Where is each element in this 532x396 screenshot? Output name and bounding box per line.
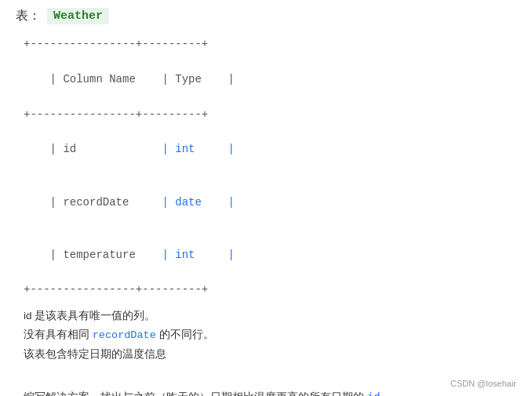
schema-divider-mid: +----------------+---------+ [24,106,516,123]
desc-line-2: 没有具有相同 recordDate 的不同行。 [24,325,516,345]
desc-line-1: id 是该表具有唯一值的列。 [24,307,516,325]
problem-section: 编写解决方案，找出与之前（昨天的）日期相比温度更高的所有日期的 id 。 返回结… [24,387,516,396]
desc-line-3: 该表包含特定日期的温度信息 [24,345,516,364]
schema-row-id: | id | int | [24,123,516,176]
table-name-badge: Weather [47,8,109,24]
schema-divider-top: +----------------+---------+ [24,35,516,53]
description-block: id 是该表具有唯一值的列。 没有具有相同 recordDate 的不同行。 该… [24,307,516,365]
problem-line-1: 编写解决方案，找出与之前（昨天的）日期相比温度更高的所有日期的 id 。 [24,387,516,396]
schema-row-recorddate: | recordDate | date | [24,176,516,228]
table-label: 表： [16,8,41,24]
schema-header: | Column Name | Type | [24,53,516,105]
schema-divider-bot: +----------------+---------+ [24,281,516,298]
table-header: 表： Weather [16,8,516,24]
schema-row-temperature: | temperature | int | [24,228,516,281]
schema-table: +----------------+---------+ | Column Na… [24,35,516,299]
footer-text: CSDN @losehair [450,379,516,388]
section-gap [16,368,516,387]
